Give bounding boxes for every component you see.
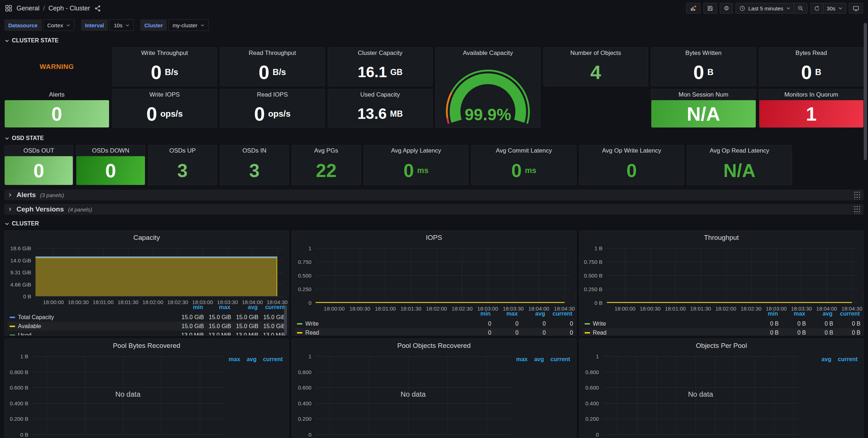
stat-value: 0 (105, 161, 116, 180)
page-scrollbar[interactable] (864, 23, 867, 160)
dashboard-settings-button[interactable]: ⚙ (720, 3, 733, 14)
share-icon[interactable] (94, 5, 101, 12)
chart-title[interactable]: Pool Objects Recovered (292, 342, 576, 350)
legend-sort-current[interactable]: current (545, 311, 572, 317)
legend-sort-avg[interactable]: avg (821, 356, 831, 363)
panel-title[interactable]: Used Capacity (328, 89, 433, 100)
legend-sort-avg[interactable]: avg (247, 356, 257, 363)
panel-title[interactable]: OSDs UP (148, 145, 217, 156)
variable-select-datasource[interactable]: Cortex (43, 19, 75, 31)
panel-title[interactable]: Cluster Capacity (328, 48, 433, 59)
gridline (603, 403, 799, 404)
legend-sort-current[interactable]: current (838, 356, 858, 363)
legend-series-label[interactable]: Write (593, 321, 606, 327)
refresh-button[interactable] (810, 3, 824, 14)
panel-title[interactable]: Write Throughput (113, 48, 217, 59)
legend-value-max: 0 B (779, 321, 806, 327)
legend-series-label[interactable]: Read (593, 330, 607, 336)
legend-value-max: 15.0 GiB (204, 323, 231, 330)
dashboard-grid-icon[interactable] (5, 5, 12, 12)
save-dashboard-button[interactable] (703, 3, 717, 14)
legend-sort-avg[interactable]: avg (534, 356, 544, 363)
legend-series-label[interactable]: Available (18, 323, 41, 330)
chart-title[interactable]: Objects Per Pool (580, 342, 863, 350)
legend-sort-avg[interactable]: avg (805, 311, 832, 317)
panel-title[interactable]: Available Capacity (436, 48, 540, 59)
legend-sort-min[interactable]: min (751, 311, 778, 317)
legend-sort-min[interactable]: min (176, 304, 203, 311)
legend-series-label[interactable]: Total Capacity (18, 314, 54, 321)
panel-title[interactable]: OSDs DOWN (76, 145, 145, 156)
chart-title[interactable]: Capacity (5, 234, 288, 242)
legend-series-label[interactable]: Used (18, 332, 31, 336)
panel-title[interactable]: Write IOPS (113, 89, 217, 100)
y-axis-tick: 1 (292, 245, 311, 251)
legend-sort-avg[interactable]: avg (518, 311, 545, 317)
add-panel-icon (690, 5, 697, 12)
variable-select-interval[interactable]: 10s (109, 19, 134, 31)
variable-select-cluster[interactable]: my-cluster (168, 19, 209, 31)
legend-sort-max[interactable]: max (516, 356, 528, 363)
legend-series-label[interactable]: Read (305, 330, 319, 336)
legend-sort-current[interactable]: current (551, 356, 570, 363)
section-cluster[interactable]: CLUSTER (0, 219, 868, 228)
add-panel-button[interactable] (686, 3, 700, 14)
legend-series-label[interactable]: Write (305, 321, 319, 327)
y-axis-tick: 0.800 (580, 369, 599, 375)
row-drag-handle-icon[interactable] (853, 205, 860, 214)
chevron-down-icon (5, 222, 9, 226)
section-cluster-state[interactable]: CLUSTER STATE (0, 36, 868, 45)
row-drag-handle-icon[interactable] (853, 190, 860, 200)
mon-session-value-box: N/A (651, 100, 756, 127)
panel-title[interactable]: Bytes Read (759, 48, 864, 59)
legend-sort-current[interactable]: current (263, 356, 283, 363)
panel-title[interactable]: Number of Objects (544, 48, 648, 59)
refresh-interval-picker[interactable]: 30s (823, 3, 846, 14)
row-alerts[interactable]: Alerts (3 panels) (4, 190, 864, 200)
row-ceph-versions[interactable]: Ceph Versions (4 panels) (4, 204, 864, 215)
page-title[interactable]: Ceph - Cluster (48, 5, 90, 12)
gridline (776, 248, 777, 303)
chart-title[interactable]: Throughput (580, 234, 863, 242)
panel-title[interactable]: Mon Session Num (651, 89, 756, 100)
panel-mon-session-num: Mon Session Num N/A (651, 89, 756, 128)
panel-title[interactable]: Avg Apply Latency (364, 145, 468, 156)
cycle-view-button[interactable] (849, 3, 863, 14)
panel-title[interactable]: Monitors In Quorum (759, 89, 864, 100)
legend-sort-avg[interactable]: avg (230, 304, 258, 311)
breadcrumb-section[interactable]: General (16, 5, 39, 12)
panel-title[interactable]: Avg Op Read Latency (687, 145, 792, 156)
legend-headers: maxavgcurrent (510, 356, 570, 363)
legend-sort-max[interactable]: max (229, 356, 240, 363)
chart-title[interactable]: Pool Bytes Recovered (5, 342, 288, 350)
quorum-value-box: 1 (759, 100, 864, 127)
x-axis-tick: 18:04 (184, 437, 216, 438)
time-range-picker[interactable]: Last 5 minutes (736, 3, 794, 14)
legend-sort-current[interactable]: current (258, 304, 285, 311)
legend-sort-current[interactable]: current (832, 311, 860, 317)
y-axis-tick: 0.200 B (5, 416, 28, 422)
panel-title[interactable]: Read Throughput (220, 48, 325, 59)
legend-swatch (297, 332, 302, 334)
section-osd-state[interactable]: OSD STATE (0, 134, 868, 143)
gridline (603, 387, 799, 388)
panel-title[interactable]: OSDs OUT (5, 145, 73, 156)
gridline (606, 275, 858, 276)
legend-sort-max[interactable]: max (491, 311, 518, 317)
panel-title[interactable]: Avg Commit Latency (472, 145, 576, 156)
panel-title[interactable]: Avg Op Write Latency (580, 145, 684, 156)
stat-value: 0 (254, 104, 265, 124)
panel-title[interactable]: Bytes Written (651, 48, 756, 59)
gridline (565, 248, 565, 303)
panel-title[interactable]: Alerts (5, 89, 109, 100)
panel-title[interactable]: OSDs IN (220, 145, 288, 156)
y-axis-tick: 0.400 B (5, 400, 28, 406)
legend-sort-max[interactable]: max (203, 304, 230, 311)
panel-title[interactable]: Read IOPS (220, 89, 325, 100)
legend-scrollbar[interactable] (284, 306, 287, 335)
panel-title[interactable]: Avg PGs (292, 145, 360, 156)
chart-title[interactable]: IOPS (292, 234, 576, 242)
legend-sort-min[interactable]: min (463, 311, 491, 317)
zoom-out-button[interactable] (794, 3, 807, 14)
legend-sort-max[interactable]: max (778, 311, 805, 317)
